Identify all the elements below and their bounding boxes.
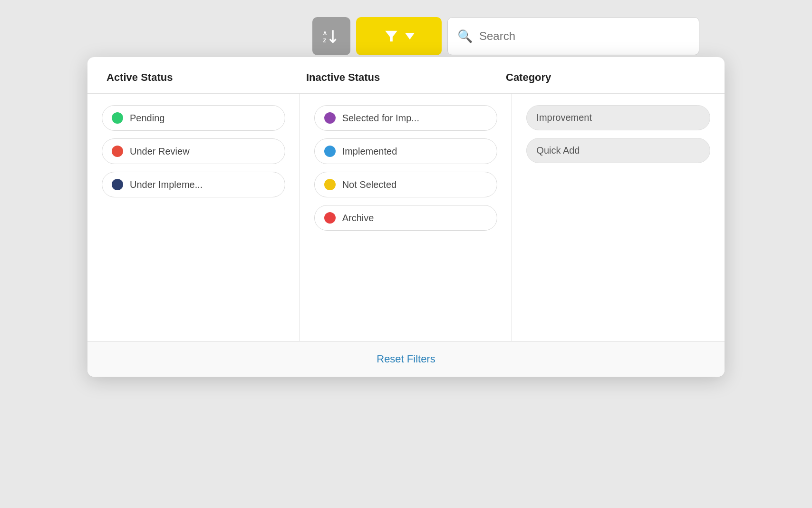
implemented-label: Implemented [342,146,397,157]
reset-filters-button[interactable]: Reset Filters [377,353,435,365]
panel-footer: Reset Filters [87,341,725,377]
filter-dropdown-arrow-icon [405,33,415,39]
selected-for-imp-label: Selected for Imp... [342,113,419,124]
svg-text:Z: Z [323,38,327,43]
under-implementation-dot [112,179,123,190]
svg-marker-3 [385,31,397,42]
not-selected-dot [324,179,336,190]
filter-improvement[interactable]: Improvement [526,105,710,130]
filter-dropdown-panel: Active Status Inactive Status Category P… [87,57,725,377]
under-review-label: Under Review [130,146,190,157]
filter-button[interactable] [356,17,442,55]
svg-text:A: A [323,30,327,36]
pending-label: Pending [130,113,164,124]
filter-icon [383,28,399,44]
search-icon: 🔍 [457,29,473,44]
filter-not-selected[interactable]: Not Selected [314,172,498,197]
filter-pending[interactable]: Pending [102,105,285,131]
selected-for-imp-dot [324,112,336,124]
panel-header: Active Status Inactive Status Category [87,57,725,94]
active-status-column: Pending Under Review Under Impleme... [87,94,300,341]
inactive-status-column: Selected for Imp... Implemented Not Sele… [300,94,512,341]
search-box: 🔍 [447,17,699,55]
filter-under-implementation[interactable]: Under Impleme... [102,172,285,197]
filter-implemented[interactable]: Implemented [314,138,498,164]
search-input[interactable] [479,29,689,43]
active-status-header: Active Status [106,71,306,84]
filter-selected-for-imp[interactable]: Selected for Imp... [314,105,498,131]
filter-under-review[interactable]: Under Review [102,138,285,164]
sort-az-icon: A Z [322,27,340,45]
under-review-dot [112,146,123,157]
quick-add-label: Quick Add [536,145,580,156]
filter-archive[interactable]: Archive [314,205,498,231]
category-column: Improvement Quick Add [512,94,725,341]
sort-button[interactable]: A Z [312,17,350,55]
not-selected-label: Not Selected [342,179,397,190]
archive-dot [324,212,336,224]
panel-body: Pending Under Review Under Impleme... Se… [87,94,725,341]
under-implementation-label: Under Impleme... [130,179,203,190]
improvement-label: Improvement [536,112,592,123]
toolbar: A Z 🔍 [87,10,725,55]
main-container: A Z 🔍 Active Status Inactive Status Cate… [87,10,725,377]
pending-dot [112,112,123,124]
implemented-dot [324,146,336,157]
inactive-status-header: Inactive Status [306,71,506,84]
archive-label: Archive [342,213,374,224]
category-header: Category [506,71,706,84]
filter-quick-add[interactable]: Quick Add [526,138,710,163]
